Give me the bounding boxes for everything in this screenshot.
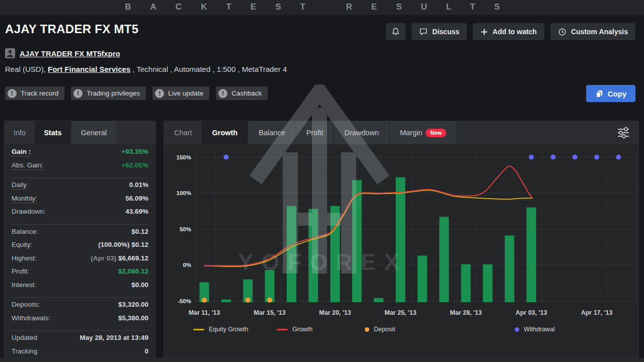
custom-analysis-button[interactable]: Custom Analysis [550,23,635,40]
account-meta: Real (USD), Fort Financial Services , Te… [5,65,287,73]
legend-item-withdrawal[interactable]: Withdrawal [515,326,555,333]
dot-deposit[interactable] [246,298,251,303]
legend-label: Withdrawal [524,326,555,333]
clock-icon [558,28,567,36]
growth-bar[interactable] [374,298,383,302]
legend-item-deposit[interactable]: Deposit [365,326,395,333]
copy-label: Copy [608,89,627,98]
badge-label: Cashback [231,89,262,97]
exclamation-icon: ! [8,89,17,98]
add-to-watch-label: Add to watch [493,28,537,36]
chart-tab-balance[interactable]: Balance [249,121,295,144]
legend-line-swatch [193,329,204,330]
chart-settings-icon[interactable] [616,127,630,141]
legend-line-swatch [277,329,288,330]
bell-icon [391,27,400,36]
new-badge: New [426,129,446,137]
chart-panel: 150%100%50%0%-50%Mar 11, '13Mar 15, '13M… [164,121,639,358]
legend-label: Growth [292,326,312,333]
chart-tab-profit[interactable]: Profit [296,121,334,144]
dot-withdrawal[interactable] [573,155,578,160]
line-equity-growth[interactable] [204,190,532,266]
tab-general[interactable]: General [72,121,116,144]
growth-bar[interactable] [505,235,514,302]
stats-panel: InfoStatsGeneral Gain :+93.35%Abs. Gain:… [4,121,156,358]
stat-label: Equity: [12,241,32,248]
tab-stats[interactable]: Stats [35,121,70,144]
footer-strip [0,358,644,362]
dot-deposit[interactable] [267,298,272,303]
stat-value-text: $6,669.12 [118,254,148,262]
chart-tab-chart[interactable]: Chart [164,121,202,144]
tab-info[interactable]: Info [5,121,35,144]
stat-value-text: $0.12 [131,228,148,235]
copy-icon [595,89,603,98]
stat-label: Drawdown: [12,208,46,215]
chart-tab-margin[interactable]: MarginNew [390,121,456,144]
header-actions: Discuss Add to watch Custom Analysis [386,23,635,40]
growth-bar[interactable] [526,208,536,302]
growth-bar[interactable] [395,177,405,302]
broker-link[interactable]: Fort Financial Services [48,65,130,73]
growth-bar[interactable] [461,264,470,302]
tab-label: Drawdown [344,129,379,137]
x-tick-label: Mar 15, '13 [254,309,285,316]
chart-tab-growth[interactable]: Growth [202,121,248,144]
legend-item-growth[interactable]: Growth [277,326,312,333]
page-title: AJAY TRADER FX MT5 [5,22,138,36]
legend-label: Deposit [374,326,395,333]
stat-value: 43.69% [125,208,148,215]
growth-chart[interactable]: 150%100%50%0%-50%Mar 11, '13Mar 15, '13M… [164,121,639,358]
dot-withdrawal[interactable] [529,155,534,160]
copy-button[interactable]: Copy [586,85,635,102]
dot-withdrawal[interactable] [550,155,555,160]
notifications-button[interactable] [386,23,406,40]
tab-label: Info [14,129,26,137]
x-tick-label: Apr 03, '13 [516,309,547,316]
tab-label: General [81,129,107,137]
stat-label: Withdrawals: [12,314,50,322]
stat-value: $3,320.00 [118,301,148,308]
tab-label: Profit [306,129,324,137]
dot-withdrawal[interactable] [616,155,621,160]
growth-bar[interactable] [308,209,318,302]
stat-value-text: $3,320.00 [118,301,148,308]
stat-value-text: 0 [144,347,148,355]
stat-label: Highest: [12,254,37,262]
chart-tab-drawdown[interactable]: Drawdown [334,121,389,144]
top-strip: BACKTEST RESULTS [0,0,644,15]
stat-label: Daily [12,181,27,190]
dot-deposit[interactable] [202,298,207,303]
user-line: AJAY TRADER FX MT5fxpro [5,48,120,58]
divider [12,297,148,298]
tab-label: Chart [174,129,192,137]
legend-item-equity-growth[interactable]: Equity Growth [193,326,249,333]
stat-row-highest: Highest:(Apr 03) $6,669.12 [12,254,148,268]
dot-withdrawal[interactable] [594,155,599,160]
growth-bar[interactable] [287,206,296,302]
discuss-label: Discuss [432,28,459,36]
growth-bar[interactable] [221,300,231,302]
stat-value-text: +62.05% [121,161,148,169]
account-meta-rest: , Technical , Automated , 1:500 , MetaTr… [130,65,287,73]
stat-row-deposits: Deposits:$3,320.00 [12,301,148,314]
badge-label: Trading privileges [87,89,140,97]
dot-withdrawal[interactable] [223,155,228,160]
x-tick-label: Mar 11, '13 [189,309,220,316]
badge-trading-privileges: ! Trading privileges [71,86,146,100]
add-to-watch-button[interactable]: Add to watch [473,23,544,40]
discuss-button[interactable]: Discuss [412,23,467,40]
stat-value-text: May 28, 2013 at 13:49 [79,334,148,341]
growth-bar[interactable] [418,255,427,302]
user-profile-link[interactable]: AJAY TRADER FX MT5fxpro [20,49,120,58]
growth-bar[interactable] [439,217,449,302]
stat-value: 0 [144,347,148,355]
growth-bar[interactable] [483,264,493,302]
y-tick-label: 150% [177,154,191,160]
growth-bar[interactable] [330,206,340,302]
y-tick-label: 50% [180,226,191,232]
tab-label: Balance [259,129,285,137]
growth-bar[interactable] [265,270,274,302]
stat-label: Tracking [12,347,37,355]
stat-row-withdrawals: Withdrawals:$5,380.00 [12,314,148,328]
